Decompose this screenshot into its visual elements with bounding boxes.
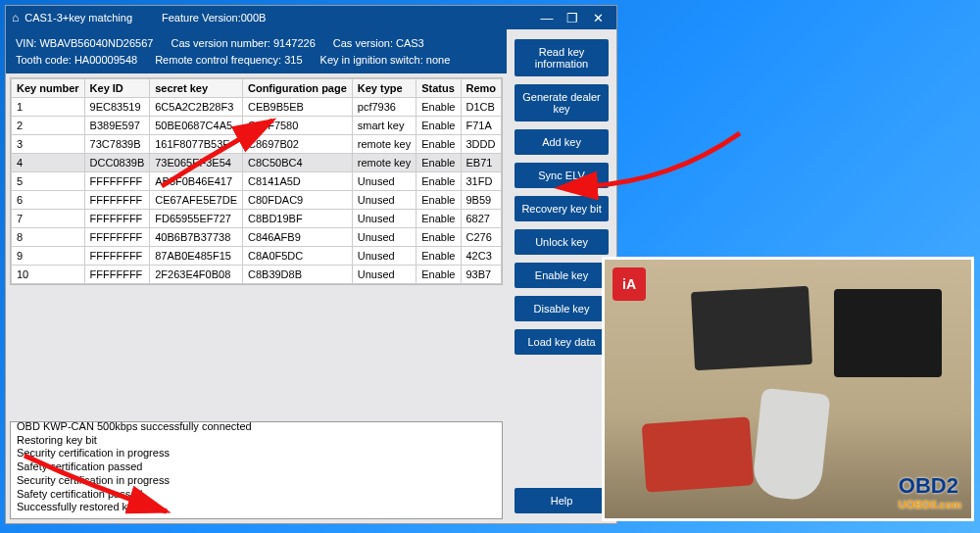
disable-key-button[interactable]: Disable key [514,296,609,321]
cell: Enable [416,172,461,191]
column-header[interactable]: Key type [352,79,416,98]
cell: 4 [12,154,85,172]
window-title: CAS1-3+key matching [24,12,132,24]
cell: Unused [352,210,416,228]
cell: EB71 [461,154,502,172]
cell: 3DDD [461,135,502,154]
column-header[interactable]: secret key [150,79,243,98]
add-key-button[interactable]: Add key [514,129,609,155]
log-line: Safety certification passed [17,488,496,502]
log-line: Successfully restored key bit [17,501,496,514]
cell: FFFFFFFF [84,191,150,210]
recovery-key-bit-button[interactable]: Recovery key bit [514,196,609,221]
remote-frequency: Remote control frequency: 315 [155,52,302,69]
cell: CE67AFE5E7DE [150,191,243,210]
cas-version-number: Cas version number: 9147226 [171,35,315,52]
cell: Enable [416,98,461,117]
cell: Unused [352,266,416,284]
cell: Unused [352,228,416,247]
cell: pcf7936 [352,98,416,117]
cell: C8A0F5DC [242,247,352,266]
cell: FFFFFFFF [84,247,150,266]
feature-version: Feature Version:000B [162,12,266,24]
cell: 10 [12,266,85,284]
maximize-button[interactable]: ❐ [560,11,585,25]
cell: C8697B02 [242,135,352,154]
left-pane: VIN: WBAVB56040ND26567 Cas version numbe… [6,29,507,523]
column-header[interactable]: Key ID [84,79,150,98]
cell: 9EC83519 [84,98,150,117]
cell: 42C3 [461,247,502,266]
read-key-button[interactable]: Read key information [514,39,609,76]
cell: 6 [12,191,85,210]
cell: FFFFFFFF [84,266,150,284]
column-header[interactable]: Configuration page [242,79,352,98]
table-row[interactable]: 9FFFFFFFF87AB0E485F15C8A0F5DCUnusedEnabl… [12,247,502,266]
cas-version: Cas version: CAS3 [333,35,424,52]
cell: Enable [416,191,461,210]
log-line: Security certification in progress [17,474,496,488]
log-line: Restoring key bit [17,434,496,448]
cell: remote key [352,154,416,172]
cell: 2 [12,117,85,135]
cell: 40B6B7B37738 [150,228,243,247]
help-button[interactable]: Help [514,488,609,513]
cell: AB5F0B46E417 [150,172,243,191]
cell: B389E597 [84,117,150,135]
load-key-data-button[interactable]: Load key data [514,329,609,355]
log-line: Safety certification passed [17,460,496,474]
minimize-button[interactable]: — [534,11,560,25]
cell: 161F8077B53E [150,135,243,154]
table-row[interactable]: 4DCC0839B73E065EF3E54C8C50BC4remote keyE… [12,154,502,172]
cell: Unused [352,247,416,266]
cell: Enable [416,135,461,154]
cell: 6827 [461,210,502,228]
column-header[interactable]: Key number [12,79,85,98]
cell: Enable [416,210,461,228]
cell: FFFFFFFF [84,172,150,191]
column-header[interactable]: Remo [461,79,502,98]
table-row[interactable]: 6FFFFFFFFCE67AFE5E7DEC80FDAC9UnusedEnabl… [12,191,502,210]
titlebar: ⌂ CAS1-3+key matching Feature Version:00… [6,6,616,29]
unlock-key-button[interactable]: Unlock key [514,229,609,255]
log-output[interactable]: OBD is connectingOBD KWP-CAN 500kbps suc… [10,421,503,519]
cell: 3 [12,135,85,154]
table-row[interactable]: 373C7839B161F8077B53EC8697B02remote keyE… [12,135,502,154]
table-row[interactable]: 19EC835196C5A2C2B28F3CEB9B5EBpcf7936Enab… [12,98,502,117]
close-button[interactable]: ✕ [585,11,611,25]
cell: 7 [12,210,85,228]
log-line: Security certification in progress [17,447,496,460]
enable-key-button[interactable]: Enable key [514,263,609,288]
column-header[interactable]: Status [416,79,461,98]
obd2-logo: OBD2 UOBDII.com [899,473,961,510]
cell: Enable [416,266,461,284]
info-block: VIN: WBAVB56040ND26567 Cas version numbe… [6,29,507,73]
cell: 87AB0E485F15 [150,247,243,266]
vin-label: VIN: WBAVB56040ND26567 [16,35,153,52]
table-row[interactable]: 10FFFFFFFF2F263E4F0B08C8B39D8BUnusedEnab… [12,266,502,284]
cell: FD65955EF727 [150,210,243,228]
generate-dealer-key-button[interactable]: Generate dealer key [514,84,609,121]
cell: 8 [12,228,85,247]
home-icon[interactable]: ⌂ [12,11,19,24]
cell: C85F7580 [242,117,352,135]
cell: 5 [12,172,85,191]
action-panel: Read key information Generate dealer key… [507,29,616,523]
cell: Enable [416,154,461,172]
cell: 93B7 [461,266,502,284]
key-table[interactable]: Key numberKey IDsecret keyConfiguration … [10,77,503,285]
sync-elv-button[interactable]: Sync ELV [514,163,609,188]
cell: Enable [416,247,461,266]
table-row[interactable]: 8FFFFFFFF40B6B7B37738C846AFB9UnusedEnabl… [12,228,502,247]
cell: C8141A5D [242,172,352,191]
table-row[interactable]: 5FFFFFFFFAB5F0B46E417C8141A5DUnusedEnabl… [12,172,502,191]
cell: C80FDAC9 [242,191,352,210]
cell: FFFFFFFF [84,228,150,247]
cell: CEB9B5EB [242,98,352,117]
cell: 31FD [461,172,502,191]
table-row[interactable]: 7FFFFFFFFFD65955EF727C8BD19BFUnusedEnabl… [12,210,502,228]
cell: 9B59 [461,191,502,210]
app-window: ⌂ CAS1-3+key matching Feature Version:00… [5,5,617,524]
table-row[interactable]: 2B389E59750BE0687C4A5C85F7580smart keyEn… [12,117,502,135]
cell: 50BE0687C4A5 [150,117,243,135]
